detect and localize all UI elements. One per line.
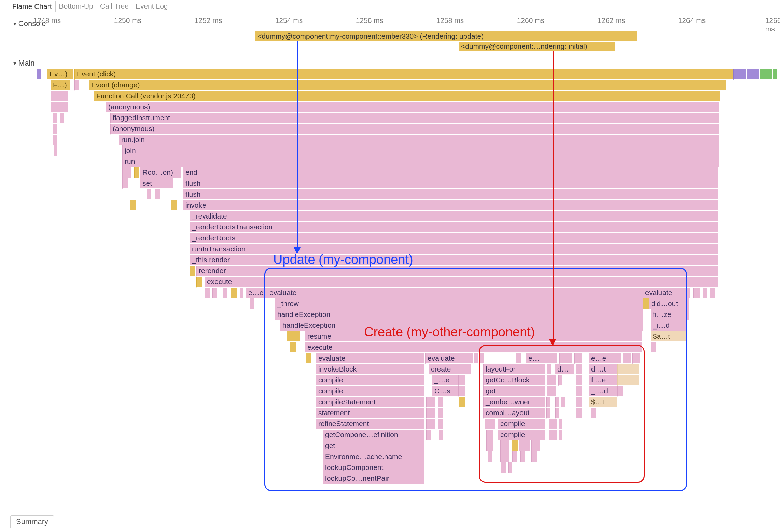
flame-cell[interactable]: get xyxy=(483,386,545,397)
timing-bar[interactable]: <dummy@component:…ndering: initial) xyxy=(459,42,615,51)
flame-cell[interactable]: run.join xyxy=(119,135,719,145)
flame-cell[interactable] xyxy=(651,342,656,353)
flame-cell[interactable] xyxy=(500,440,509,451)
flame-cell[interactable]: _renderRootsTransaction xyxy=(190,222,718,233)
flame-cell[interactable] xyxy=(710,288,715,298)
flame-cell[interactable]: Event (click) xyxy=(74,69,733,80)
flame-cell[interactable]: get xyxy=(323,440,424,451)
flame-cell[interactable]: resume xyxy=(305,331,642,342)
flame-cell[interactable]: $…t xyxy=(589,397,617,408)
flame-cell[interactable] xyxy=(531,451,537,462)
flame-cell[interactable] xyxy=(559,430,562,440)
flame-cell[interactable]: d… xyxy=(555,364,574,375)
flame-cell[interactable] xyxy=(559,353,572,364)
flame-cell[interactable]: compile xyxy=(498,419,545,430)
flame-cell[interactable] xyxy=(426,419,435,430)
flame-cell[interactable]: compile xyxy=(316,375,424,386)
flame-cell[interactable] xyxy=(519,440,530,451)
flame-cell[interactable]: Environme…ache.name xyxy=(323,451,424,462)
flame-cell[interactable] xyxy=(561,397,565,408)
flame-cell[interactable] xyxy=(520,451,525,462)
track-main[interactable]: ▼ Main xyxy=(12,59,35,68)
flame-cell[interactable] xyxy=(250,298,254,309)
tab-call-tree[interactable]: Call Tree xyxy=(97,1,132,12)
flame-cell[interactable]: _renderRoots xyxy=(190,233,718,244)
flame-cell[interactable] xyxy=(632,353,640,364)
flame-cell[interactable]: refineStatement xyxy=(316,419,424,430)
flame-cell[interactable]: rerender xyxy=(196,266,718,277)
flame-cell[interactable] xyxy=(426,430,431,440)
flame-cell[interactable]: handleException xyxy=(275,309,643,320)
flame-cell[interactable] xyxy=(51,102,68,113)
flame-cell[interactable] xyxy=(558,375,562,386)
flame-cell[interactable]: fi…e xyxy=(589,375,617,386)
flame-cell[interactable] xyxy=(576,408,582,419)
flame-cell[interactable] xyxy=(760,69,772,80)
flame-cell[interactable] xyxy=(549,353,557,364)
flame-cell[interactable]: end xyxy=(183,167,718,178)
flame-cell[interactable]: flush xyxy=(183,189,718,200)
tab-flame-chart[interactable]: Flame Chart xyxy=(9,1,56,12)
flame-cell[interactable]: invokeBlock xyxy=(316,364,424,375)
flame-cell[interactable] xyxy=(426,397,435,408)
flame-cell[interactable] xyxy=(693,288,700,298)
flame-cell[interactable] xyxy=(703,288,707,298)
flame-cell[interactable]: invoke xyxy=(183,200,718,211)
flame-cell[interactable]: Function Call (vendor.js:20473) xyxy=(94,91,720,102)
flame-cell[interactable] xyxy=(547,375,556,386)
flame-cell[interactable]: $a…t xyxy=(651,331,687,342)
flame-cell[interactable]: e…e xyxy=(589,353,617,364)
flame-cell[interactable] xyxy=(459,397,465,408)
flame-cell[interactable] xyxy=(508,462,512,473)
flame-cell[interactable]: compile xyxy=(316,386,424,397)
flame-cell[interactable] xyxy=(480,353,484,364)
flame-cell[interactable]: evaluate xyxy=(425,353,473,364)
flame-cell[interactable] xyxy=(155,189,160,200)
flame-cell[interactable] xyxy=(591,408,596,419)
flame-cell[interactable] xyxy=(555,408,559,419)
flame-cell[interactable] xyxy=(486,440,493,451)
flame-cell[interactable]: compileStatement xyxy=(316,397,424,408)
flame-cell[interactable] xyxy=(122,167,131,178)
flame-cell[interactable]: statement xyxy=(316,408,424,419)
flame-cell[interactable]: fi…ze xyxy=(651,309,689,320)
flame-cell[interactable] xyxy=(747,69,759,80)
flame-cell[interactable]: did…out xyxy=(649,298,689,309)
flame-cell[interactable] xyxy=(559,419,562,430)
flame-cell[interactable] xyxy=(549,430,557,440)
flame-cell[interactable]: di…t xyxy=(589,364,617,375)
flame-cell[interactable] xyxy=(53,135,57,145)
flame-cell[interactable] xyxy=(240,288,243,298)
tab-bottom-up[interactable]: Bottom-Up xyxy=(56,1,97,12)
flame-cell[interactable] xyxy=(54,145,57,156)
flame-cell[interactable] xyxy=(53,113,57,124)
flame-cell[interactable] xyxy=(576,386,582,397)
flame-cell[interactable] xyxy=(426,408,435,419)
flame-cell[interactable] xyxy=(223,288,227,298)
flame-cell[interactable] xyxy=(51,91,68,102)
flame-cell[interactable] xyxy=(617,364,639,375)
flame-cell[interactable] xyxy=(547,364,551,375)
flame-cell[interactable]: evaluate xyxy=(643,288,687,298)
flame-cell[interactable] xyxy=(74,80,79,91)
flame-cell[interactable] xyxy=(458,375,465,386)
flame-cell[interactable] xyxy=(485,419,495,430)
flame-cell[interactable] xyxy=(486,430,493,440)
flame-cell[interactable] xyxy=(458,386,465,397)
flame-cell[interactable] xyxy=(231,288,237,298)
flame-cell[interactable]: getCo…Block xyxy=(483,375,545,386)
flame-cell[interactable] xyxy=(122,178,128,189)
flame-cell[interactable] xyxy=(205,288,210,298)
flame-cell[interactable] xyxy=(60,113,64,124)
flame-cell[interactable] xyxy=(576,375,582,386)
flame-cell[interactable] xyxy=(190,266,195,277)
flame-cell[interactable]: Event (change) xyxy=(89,80,726,91)
flame-cell[interactable]: (anonymous) xyxy=(106,102,719,113)
flame-cell[interactable]: flush xyxy=(183,178,718,189)
flame-cell[interactable]: e… xyxy=(526,353,549,364)
flame-cell[interactable] xyxy=(576,364,582,375)
flame-cell[interactable]: _i…d xyxy=(651,320,687,331)
flame-cell[interactable] xyxy=(574,353,582,364)
flame-cell[interactable] xyxy=(555,397,559,408)
flame-cell[interactable] xyxy=(474,353,478,364)
